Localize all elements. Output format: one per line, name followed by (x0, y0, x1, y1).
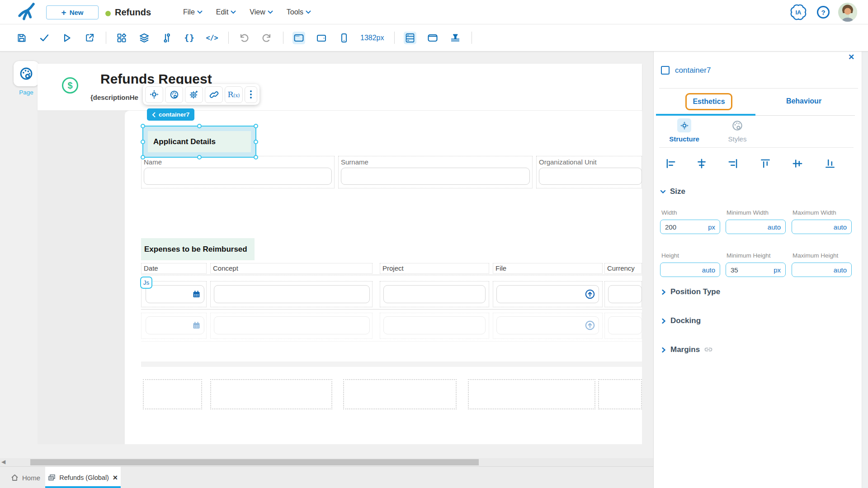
placeholder-cell[interactable] (210, 379, 332, 409)
play-icon (61, 33, 72, 43)
max-width-unit[interactable]: auto (834, 223, 847, 231)
max-width-input[interactable]: auto (792, 220, 852, 234)
align-middle-vertical-button[interactable] (791, 157, 804, 170)
placeholder-cell[interactable] (598, 379, 642, 409)
placeholder-cell[interactable] (143, 379, 202, 409)
align-bottom-button[interactable] (824, 157, 836, 170)
container-heading[interactable]: Applicant Details (148, 131, 251, 152)
tab-esthetics[interactable]: Esthetics (685, 93, 732, 110)
align-center-horizontal-button[interactable] (695, 157, 708, 170)
width-input[interactable]: 200 px (660, 220, 720, 234)
subtab-styles[interactable] (731, 120, 743, 131)
subtab-styles-label[interactable]: Styles (722, 135, 753, 143)
panel-layout-button[interactable] (404, 32, 416, 44)
align-right-button[interactable] (726, 157, 739, 170)
connections-button[interactable] (160, 32, 173, 44)
validate-button[interactable] (38, 32, 51, 44)
run-button[interactable] (61, 32, 73, 44)
resize-handle[interactable] (141, 124, 145, 128)
device-desktop-button[interactable] (292, 32, 305, 44)
help-button[interactable]: ? (816, 5, 830, 19)
max-height-unit[interactable]: auto (834, 266, 847, 274)
merge-button[interactable] (449, 32, 462, 44)
parent-container-chip[interactable]: container7 (147, 108, 194, 121)
size-section-header[interactable]: Size (660, 187, 685, 196)
ia-badge[interactable]: IA (788, 2, 808, 22)
canvas-width-label[interactable]: 1382px (360, 34, 384, 42)
link-button[interactable] (205, 86, 223, 103)
chevron-right-icon (661, 347, 666, 353)
max-height-input[interactable]: auto (792, 263, 852, 277)
scroll-left-arrow-icon[interactable]: ◀ (1, 459, 5, 465)
height-unit[interactable]: auto (702, 266, 715, 274)
move-button[interactable] (145, 86, 163, 103)
date-input[interactable] (146, 316, 204, 334)
horizontal-scrollbar[interactable]: ◀ (0, 458, 653, 466)
subtab-structure[interactable] (677, 118, 691, 132)
min-height-input[interactable]: 35 px (726, 263, 786, 277)
resize-handle[interactable] (141, 140, 145, 144)
resize-handle[interactable] (254, 155, 258, 160)
close-icon[interactable]: ✕ (113, 474, 118, 481)
width-unit[interactable]: px (708, 223, 715, 231)
design-canvas: Page $ Refunds Request {descriptionHe (0, 52, 653, 458)
menu-view-label: View (250, 8, 265, 16)
menu-file[interactable]: File (183, 8, 203, 16)
style-button[interactable] (165, 86, 183, 103)
undo-icon (239, 33, 250, 43)
device-tablet-button[interactable] (315, 32, 328, 44)
rules-button[interactable]: R(x) (225, 86, 243, 103)
resize-handle[interactable] (197, 155, 202, 160)
js-badge[interactable]: Js (140, 277, 152, 289)
app-logo-icon[interactable] (15, 2, 37, 22)
layers-button[interactable] (138, 32, 151, 44)
menu-view[interactable]: View (250, 8, 273, 16)
align-left-button[interactable] (665, 157, 677, 170)
export-button[interactable] (83, 32, 96, 44)
resize-handle[interactable] (254, 140, 258, 144)
window-button[interactable] (426, 32, 439, 44)
subtab-structure-label[interactable]: Structure (663, 135, 706, 143)
min-width-input[interactable]: auto (726, 220, 786, 234)
avatar[interactable] (838, 3, 857, 22)
placeholder-cell[interactable] (343, 379, 457, 409)
resize-handle[interactable] (141, 155, 145, 160)
new-button[interactable]: + New (46, 5, 99, 19)
move-icon (680, 121, 689, 130)
tab-home[interactable]: Home (5, 467, 47, 488)
concept-input[interactable] (214, 316, 370, 334)
project-input[interactable] (383, 316, 486, 334)
menu-edit[interactable]: Edit (216, 8, 236, 16)
menu-file-label: File (183, 8, 195, 16)
selected-container[interactable]: Applicant Details (142, 126, 256, 158)
file-input[interactable] (496, 316, 599, 334)
align-top-button[interactable] (759, 157, 772, 170)
tab-behaviour[interactable]: Behaviour (777, 97, 831, 105)
docking-section-header[interactable]: Docking (661, 316, 701, 325)
currency-input[interactable] (608, 316, 642, 334)
device-phone-button[interactable] (338, 32, 350, 44)
widgets-button[interactable] (115, 32, 128, 44)
position-type-section-header[interactable]: Position Type (661, 287, 720, 296)
save-button[interactable] (15, 32, 28, 44)
variables-button[interactable]: {} (183, 32, 196, 44)
source-button[interactable]: </> (206, 32, 218, 44)
panel-scrollbar[interactable] (862, 52, 868, 488)
resize-handle[interactable] (197, 124, 202, 128)
height-input[interactable]: auto (660, 263, 720, 277)
settings-button[interactable] (185, 86, 203, 103)
min-width-unit[interactable]: auto (768, 223, 781, 231)
undo-button[interactable] (238, 32, 250, 44)
placeholder-cell[interactable] (468, 379, 595, 409)
menu-tools[interactable]: Tools (287, 8, 311, 16)
min-height-unit[interactable]: px (774, 266, 781, 274)
resize-handle[interactable] (254, 124, 258, 128)
tab-refunds-global[interactable]: Refunds (Global) ✕ (45, 467, 121, 488)
panel-checkbox[interactable] (661, 66, 670, 75)
more-button[interactable] (245, 86, 257, 103)
scrollbar-thumb[interactable] (30, 459, 479, 465)
redo-button[interactable] (260, 32, 273, 44)
margins-section-header[interactable]: Margins (661, 345, 713, 354)
panel-close-icon[interactable]: ✕ (848, 52, 854, 62)
toolbar-divider (106, 32, 106, 44)
